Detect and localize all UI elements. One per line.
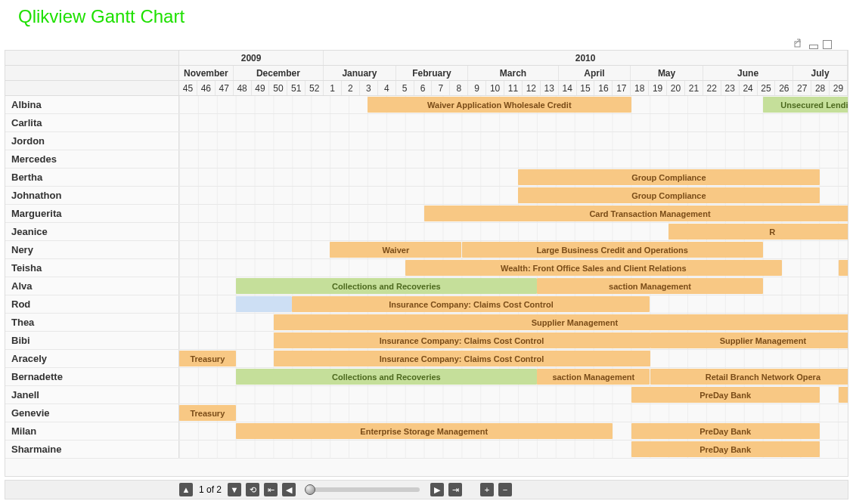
month-cell: April xyxy=(559,66,631,80)
scroll-start-button[interactable]: ⇤ xyxy=(264,483,278,496)
row-track xyxy=(179,114,848,131)
gantt-row: AracelyTreasuryInsurance Company: Claims… xyxy=(5,350,848,368)
task-bar[interactable]: Treasury xyxy=(179,405,236,421)
resource-label: Teisha xyxy=(5,259,179,277)
row-track: Insurance Company: Claims Cost ControlSu… xyxy=(179,332,848,349)
gantt-row: NeryWaiverLarge Business Credit and Oper… xyxy=(5,241,848,259)
task-bar[interactable]: Group Compliance xyxy=(518,187,819,203)
month-cell: November xyxy=(179,66,234,80)
task-bar[interactable]: Unsecured Lending xyxy=(763,97,848,113)
header-corner xyxy=(5,66,179,80)
task-bar[interactable]: PreDay Bank xyxy=(631,441,820,457)
zoom-slider-thumb[interactable] xyxy=(305,484,315,495)
gantt-chart: 20092010 NovemberDecemberJanuaryFebruary… xyxy=(5,50,848,477)
gantt-row: JanellPreDay BankRet xyxy=(5,386,848,404)
task-bar[interactable]: Insurance Company: Claims Cost Control xyxy=(274,332,650,348)
row-track xyxy=(179,150,848,168)
row-track: Waiver Application Wholesale CreditUnsec… xyxy=(179,96,848,113)
week-cell: 47 xyxy=(216,81,234,95)
row-track: Collections and Recoveriessaction Manage… xyxy=(179,277,848,295)
row-track: Card Transaction Management xyxy=(179,205,848,222)
task-bar[interactable]: Large Business Credit and Operations xyxy=(462,242,763,258)
task-bar[interactable] xyxy=(236,296,293,312)
resource-label: Milan xyxy=(5,422,179,440)
resource-label: Jeanice xyxy=(5,223,179,240)
week-cell: 22 xyxy=(703,81,721,95)
row-track: PreDay BankRet xyxy=(179,386,848,404)
resource-label: Jordon xyxy=(5,132,179,150)
week-cell: 12 xyxy=(523,81,541,95)
history-back-button[interactable]: ⟲ xyxy=(246,483,259,496)
task-bar[interactable]: Insurance Company: Claims Cost Control xyxy=(274,351,650,366)
scroll-left-button[interactable]: ◀ xyxy=(282,483,296,496)
gantt-header: 20092010 NovemberDecemberJanuaryFebruary… xyxy=(5,51,848,96)
task-bar[interactable]: saction Management xyxy=(537,369,650,385)
task-bar[interactable]: Collections and Recoveries xyxy=(236,278,537,294)
task-bar[interactable]: PreDay Bank xyxy=(631,387,820,403)
week-cell: 25 xyxy=(758,81,776,95)
gantt-row: RodInsurance Company: Claims Cost Contro… xyxy=(5,295,848,314)
week-cell: 4 xyxy=(378,81,396,95)
task-bar[interactable]: Retail Branch Network Opera xyxy=(650,369,848,385)
zoom-in-button[interactable]: + xyxy=(480,483,494,496)
task-bar[interactable]: Wealth: Front Office Sales and Client Re… xyxy=(405,260,782,276)
week-cell: 5 xyxy=(396,81,414,95)
task-bar[interactable]: Waiver Application Wholesale Credit xyxy=(368,97,631,113)
task-bar[interactable]: Enterprise Storage Management xyxy=(236,423,613,439)
week-cell: 2 xyxy=(342,81,360,95)
minimize-icon[interactable] xyxy=(809,45,818,49)
page-up-button[interactable]: ▲ xyxy=(179,483,193,496)
task-bar[interactable]: Ret xyxy=(839,260,848,276)
zoom-out-button[interactable]: − xyxy=(498,483,512,496)
row-track: Supplier Management xyxy=(179,314,848,331)
task-bar[interactable]: Group Compliance xyxy=(518,169,819,185)
week-cell: 15 xyxy=(577,81,595,95)
resource-label: Sharmaine xyxy=(5,441,179,458)
gantt-row: Mercedes xyxy=(5,150,848,169)
week-cell: 24 xyxy=(740,81,758,95)
task-bar[interactable]: Collections and Recoveries xyxy=(236,369,537,385)
row-track: PreDay Bank xyxy=(179,441,848,458)
resource-label: Albina xyxy=(5,96,179,113)
month-cell: March xyxy=(468,66,558,80)
task-bar[interactable]: Treasury xyxy=(179,351,236,366)
row-track xyxy=(179,132,848,150)
task-bar[interactable]: Waiver xyxy=(330,242,461,258)
task-bar[interactable]: R xyxy=(668,224,848,240)
page-down-button[interactable]: ▼ xyxy=(228,483,241,496)
resource-label: Bibi xyxy=(5,332,179,349)
week-cell: 14 xyxy=(559,81,577,95)
week-cell: 27 xyxy=(793,81,811,95)
resource-label: Alva xyxy=(5,277,179,295)
zoom-slider[interactable] xyxy=(306,487,420,492)
week-cell: 50 xyxy=(269,81,287,95)
task-bar[interactable]: saction Management xyxy=(537,278,763,294)
scroll-right-button[interactable]: ▶ xyxy=(430,483,444,496)
scroll-end-button[interactable]: ⇥ xyxy=(448,483,462,496)
gantt-row: MilanEnterprise Storage ManagementPreDay… xyxy=(5,422,848,441)
gantt-row: MargueritaCard Transaction Management xyxy=(5,205,848,223)
maximize-icon[interactable] xyxy=(823,40,832,49)
task-bar[interactable]: Supplier Management xyxy=(650,332,848,348)
year-cell: 2010 xyxy=(324,51,848,65)
gantt-row: Jordon xyxy=(5,132,848,150)
task-bar[interactable]: Supplier Management xyxy=(274,314,848,330)
week-cell: 8 xyxy=(450,81,468,95)
row-track: Wealth: Front Office Sales and Client Re… xyxy=(179,259,848,277)
week-cell: 46 xyxy=(197,81,216,95)
task-bar[interactable]: Ret xyxy=(839,387,848,403)
row-track: R xyxy=(179,223,848,240)
week-cell: 6 xyxy=(414,81,433,95)
row-track: Group Compliance xyxy=(179,187,848,204)
gantt-body: AlbinaWaiver Application Wholesale Credi… xyxy=(5,96,848,476)
resource-label: Thea xyxy=(5,314,179,331)
week-cell: 10 xyxy=(486,81,504,95)
resource-label: Genevie xyxy=(5,404,179,422)
task-bar[interactable]: Insurance Company: Claims Cost Control xyxy=(292,296,650,312)
resource-label: Rod xyxy=(5,295,179,313)
week-cell: 45 xyxy=(179,81,197,95)
row-grid xyxy=(179,404,848,422)
task-bar[interactable]: PreDay Bank xyxy=(631,423,820,439)
task-bar[interactable]: Card Transaction Management xyxy=(424,206,848,221)
week-cell: 11 xyxy=(504,81,523,95)
